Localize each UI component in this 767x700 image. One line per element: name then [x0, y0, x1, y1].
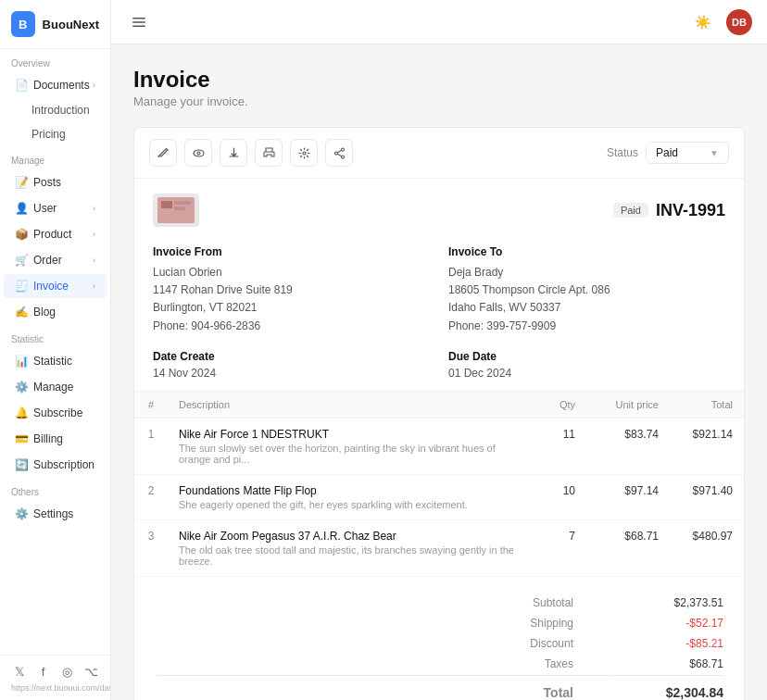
date-create-block: Date Create 14 Nov 2024 [153, 350, 430, 380]
sidebar-item-settings[interactable]: ⚙️ Settings [4, 502, 107, 526]
user-icon: 👤 [15, 202, 28, 215]
sidebar-logo[interactable]: B BuouNext [0, 0, 110, 49]
sidebar-section-manage: Manage [0, 146, 110, 169]
row-total: $971.40 [670, 474, 744, 519]
page-content: Invoice Manage your invoice. [111, 44, 767, 700]
invoice-from-phone: Phone: 904-966-2836 [153, 318, 430, 335]
row-total: $921.14 [670, 418, 744, 474]
row-qty: 7 [531, 519, 586, 576]
sidebar-item-manage[interactable]: ⚙️ Manage [4, 375, 107, 399]
sidebar-item-introduction[interactable]: Introduction [4, 99, 107, 121]
view-button[interactable] [184, 139, 212, 167]
invoice-to-phone: Phone: 399-757-9909 [448, 318, 725, 335]
invoice-to-block: Invoice To Deja Brady 18605 Thompson Cir… [448, 245, 725, 335]
sidebar-item-user[interactable]: 👤 User › [4, 196, 107, 220]
subscribe-icon: 🔔 [15, 406, 28, 419]
user-avatar[interactable]: DB [726, 9, 752, 35]
row-unit-price: $83.74 [586, 418, 670, 474]
blog-icon: ✍️ [15, 306, 28, 319]
sidebar-item-pricing[interactable]: Pricing [4, 123, 107, 145]
twitter-icon[interactable]: 𝕏 [11, 663, 28, 680]
shipping-value: -$52.17 [612, 614, 723, 632]
row-description: Nike Air Force 1 NDESTRUKT The sun slowl… [168, 418, 531, 474]
sidebar-section-overview: Overview [0, 49, 110, 72]
row-description: Foundations Matte Flip Flop She eagerly … [168, 474, 531, 519]
invoice-table: # Description Qty Unit price Total 1 Nik… [134, 391, 744, 577]
sidebar-item-posts-label: Posts [33, 176, 61, 189]
sidebar-item-statistic-label: Statistic [33, 355, 72, 368]
row-qty: 11 [531, 418, 586, 474]
sidebar-item-statistic[interactable]: 📊 Statistic [4, 349, 107, 373]
theme-toggle-button[interactable]: ☀️ [689, 9, 715, 35]
sidebar-item-blog[interactable]: ✍️ Blog [4, 300, 107, 324]
sidebar-section-others: Others [0, 478, 110, 501]
statistic-icon: 📊 [15, 355, 28, 368]
sidebar-item-documents[interactable]: 📄 Documents › [4, 73, 107, 97]
svg-line-10 [337, 154, 341, 156]
main-content: ☀️ DB Invoice Manage your invoice. [111, 0, 767, 700]
total-value: $2,304.84 [612, 675, 723, 700]
status-chevron-icon: ▼ [710, 148, 719, 158]
svg-rect-2 [132, 25, 145, 27]
print-button[interactable] [255, 139, 283, 167]
order-icon: 🛒 [15, 254, 28, 267]
status-label: Status [607, 146, 638, 159]
shipping-label: Shipping [157, 614, 610, 632]
totals-section: Subtotal $2,373.51 Shipping -$52.17 Disc… [134, 577, 744, 700]
sidebar-item-manage-label: Manage [33, 381, 73, 394]
sidebar-item-invoice[interactable]: 🧾 Invoice › [4, 274, 107, 298]
invoice-to-city: Idaho Falls, WV 50337 [448, 299, 725, 317]
col-unit-price: Unit price [586, 391, 670, 418]
billing-icon: 💳 [15, 432, 28, 445]
svg-point-5 [303, 152, 306, 155]
status-select[interactable]: Paid ▼ [646, 142, 729, 164]
sidebar-item-subscribe[interactable]: 🔔 Subscribe [4, 401, 107, 425]
invoice-from-city: Burlington, VT 82021 [153, 299, 430, 317]
invoice-from-address: 1147 Rohan Drive Suite 819 [153, 281, 430, 299]
sidebar-item-product[interactable]: 📦 Product › [4, 222, 107, 246]
shipping-row: Shipping -$52.17 [155, 614, 723, 632]
row-total: $480.97 [670, 519, 744, 576]
facebook-icon[interactable]: f [35, 663, 52, 680]
status-value: Paid [656, 146, 678, 159]
table-row: 3 Nike Air Zoom Pegasus 37 A.I.R. Chaz B… [134, 519, 744, 576]
date-create-label: Date Create [153, 350, 430, 363]
sidebar-item-billing[interactable]: 💳 Billing [4, 427, 107, 451]
status-row: Status Paid ▼ [607, 142, 729, 164]
sidebar-item-order[interactable]: 🛒 Order › [4, 248, 107, 272]
table-row: 2 Foundations Matte Flip Flop She eagerl… [134, 474, 744, 519]
github-icon[interactable]: ⌥ [82, 663, 99, 680]
discount-row: Discount -$85.21 [155, 634, 723, 653]
table-row: 1 Nike Air Force 1 NDESTRUKT The sun slo… [134, 418, 744, 474]
taxes-value: $68.71 [612, 655, 723, 673]
col-description: Description [168, 391, 531, 418]
col-total: Total [670, 391, 744, 418]
col-num: # [134, 391, 168, 418]
instagram-icon[interactable]: ◎ [59, 663, 76, 680]
sidebar-toggle-button[interactable] [126, 9, 152, 35]
discount-label: Discount [157, 634, 610, 653]
download-button[interactable] [220, 139, 247, 167]
share-button[interactable] [325, 139, 353, 167]
total-label: Total [157, 675, 610, 700]
subtotal-label: Subtotal [157, 594, 610, 612]
invoice-id: INV-1991 [656, 201, 725, 220]
sidebar-item-subscribe-label: Subscribe [33, 406, 82, 419]
edit-button[interactable] [149, 139, 177, 167]
totals-table: Subtotal $2,373.51 Shipping -$52.17 Disc… [153, 592, 725, 700]
sidebar-item-blog-label: Blog [33, 306, 56, 319]
settings-button[interactable] [290, 139, 318, 167]
invoice-to-name: Deja Brady [448, 264, 725, 281]
invoice-from-title: Invoice From [153, 245, 430, 258]
col-qty: Qty [531, 391, 586, 418]
invoice-to-title: Invoice To [448, 245, 725, 258]
sidebar-item-posts[interactable]: 📝 Posts [4, 170, 107, 194]
sidebar-item-subscription[interactable]: 🔄 Subscription [4, 453, 107, 477]
row-num: 3 [134, 519, 168, 576]
sidebar: B BuouNext Overview 📄 Documents › Introd… [0, 0, 111, 700]
subscription-icon: 🔄 [15, 458, 28, 471]
svg-point-4 [197, 152, 200, 155]
svg-rect-1 [132, 21, 145, 23]
invoice-to-address: 18605 Thompson Circle Apt. 086 [448, 281, 725, 299]
svg-rect-12 [161, 201, 172, 208]
